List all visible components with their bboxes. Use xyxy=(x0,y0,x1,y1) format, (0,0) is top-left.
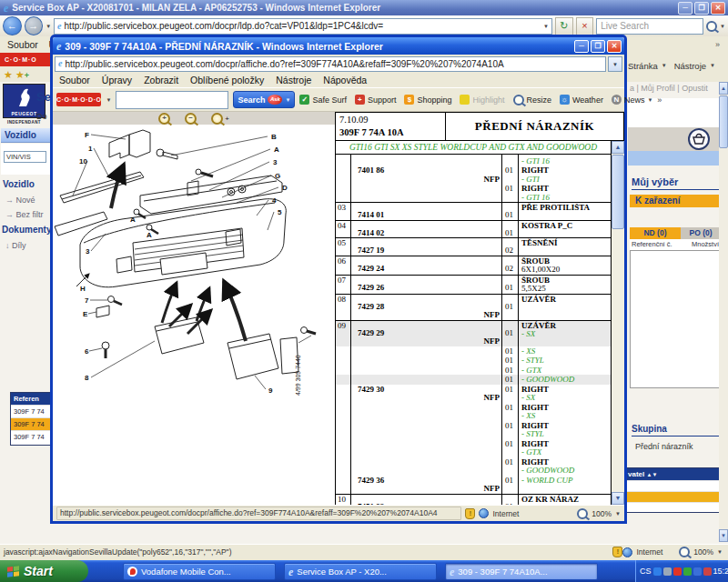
comodo-search-button[interactable]: Search Ask ▼ xyxy=(233,91,295,108)
menu-item-zobrazit[interactable]: Zobrazit xyxy=(144,75,178,85)
tray-icon[interactable] xyxy=(673,567,682,576)
stop-button[interactable]: × xyxy=(576,17,594,35)
menu-item-soubor[interactable]: Soubor xyxy=(59,75,90,85)
scroll-up-icon[interactable]: ▲ xyxy=(612,141,624,154)
menu-item-obl-ben-polo-ky[interactable]: Oblíbené položky xyxy=(190,75,264,85)
scroll-down-icon[interactable]: ▼ xyxy=(719,529,728,542)
comodo-toolbar: C·O·M·O·D·O ▼ Search Ask ▼ ✓Safe Surf+Su… xyxy=(53,87,624,112)
supplier-table-header[interactable]: vatel ▲▼ xyxy=(625,468,722,480)
tray-icon[interactable] xyxy=(663,567,672,576)
ie-icon: e xyxy=(4,4,8,13)
zoom-in-icon[interactable]: + xyxy=(158,113,170,125)
popup-address-dropdown-icon[interactable]: ▼ xyxy=(608,56,622,72)
address-dropdown-icon[interactable]: ▼ xyxy=(543,24,549,29)
tray-icon[interactable] xyxy=(683,567,692,576)
back-button[interactable]: ← xyxy=(3,16,22,35)
taskbar-task-2[interactable]: eService Box AP - X20... xyxy=(284,563,437,580)
ie-icon: e xyxy=(288,567,293,577)
parts-table-row: 037414 0101PŘE PROTILIŠTA xyxy=(336,202,611,220)
tray-icon[interactable] xyxy=(703,567,712,576)
refresh-button[interactable]: ↻ xyxy=(555,17,573,35)
toolbar-overflow-icon[interactable]: » xyxy=(715,40,720,49)
comodo-support-button[interactable]: +Support xyxy=(355,95,397,105)
tab-po[interactable]: PO (0) xyxy=(681,227,721,239)
k-zarazeni-button[interactable]: K zařazení xyxy=(630,195,721,207)
toolbar-overflow-icon[interactable]: » xyxy=(657,95,662,105)
live-search-input[interactable] xyxy=(596,18,703,35)
menu-item-n-stroje[interactable]: Nástroje xyxy=(276,75,311,85)
taskbar-task-3[interactable]: e309 - 309F 7 74A10A... xyxy=(445,563,598,580)
zoom-caret-icon[interactable]: ▼ xyxy=(615,511,621,517)
comodo-shopping-button[interactable]: $Shopping xyxy=(404,95,451,105)
comodo-weather-button[interactable]: ☼Weather xyxy=(560,95,603,105)
supplier-row-selected[interactable] xyxy=(625,491,722,502)
comodo-resize-button[interactable]: Resize xyxy=(513,95,552,105)
pan-cross-icon: + xyxy=(225,115,229,123)
popup-maximize-button[interactable]: ❐ xyxy=(591,40,605,53)
page-menu-caret-icon[interactable]: ▼ xyxy=(662,63,667,68)
scroll-up-icon[interactable]: ▲ xyxy=(719,82,728,95)
start-button[interactable]: Start xyxy=(0,560,88,582)
scroll-down-icon[interactable]: ▼ xyxy=(612,492,624,505)
comodo-search-input[interactable] xyxy=(116,91,228,109)
zoom-out-icon[interactable]: − xyxy=(185,113,197,125)
main-scrollbar-track[interactable] xyxy=(719,82,728,542)
tools-menu-button[interactable]: Nástroje xyxy=(674,61,706,71)
popup-titlebar[interactable]: e 309 - 309F 7 74A10A - PŘEDNÍ NÁRAZNÍK … xyxy=(53,37,624,55)
search-icon[interactable] xyxy=(706,21,717,32)
safe-surf-icon: ✓ xyxy=(299,95,309,105)
table-scrollbar-thumb[interactable] xyxy=(612,155,624,229)
selection-columns: Referenční č. Množství xyxy=(630,239,721,250)
basket-icon[interactable] xyxy=(688,128,710,150)
favorites-star-icon[interactable]: ★ xyxy=(4,69,13,80)
maximize-button[interactable]: ❐ xyxy=(694,2,709,15)
tray-icon[interactable] xyxy=(653,567,662,576)
close-button[interactable]: ✕ xyxy=(711,2,725,15)
comodo-news-button[interactable]: NNews▼ xyxy=(612,95,652,105)
search-options-icon[interactable]: ▼ xyxy=(720,24,725,29)
zoom-level[interactable]: 100% xyxy=(690,547,717,557)
comodo-highlight-button[interactable]: Highlight xyxy=(460,95,504,105)
history-dropdown-icon[interactable]: ▼ xyxy=(46,24,51,29)
link-dily[interactable]: ↓ Díly xyxy=(5,241,26,250)
security-shield-icon: ! xyxy=(465,508,475,519)
document-date: 7.10.09 xyxy=(339,114,441,126)
ie-icon: e xyxy=(56,42,61,51)
zoom-icon[interactable] xyxy=(577,508,588,519)
top-account-links[interactable]: a | Můj Profil | Opustit xyxy=(630,84,717,93)
main-address-bar[interactable]: e http://public.servicebox.peugeot.com/d… xyxy=(54,18,552,35)
zoom-pan-icon[interactable] xyxy=(211,113,223,125)
main-scrollbar-thumb[interactable] xyxy=(719,95,728,148)
menu-item-n-pov-da[interactable]: Nápověda xyxy=(323,75,367,85)
forward-button[interactable]: → xyxy=(25,16,44,35)
zoom-caret-icon[interactable]: ▼ xyxy=(717,549,728,555)
popup-close-button[interactable]: ✕ xyxy=(607,40,622,53)
tools-menu-caret-icon[interactable]: ▼ xyxy=(710,63,715,68)
svg-text:10: 10 xyxy=(79,157,87,166)
clock[interactable]: 15:21 xyxy=(713,567,728,576)
tab-nd[interactable]: ND (0) xyxy=(630,227,681,239)
tray-icon[interactable] xyxy=(693,567,702,576)
zoom-icon[interactable] xyxy=(679,547,690,557)
minimize-button[interactable]: ─ xyxy=(678,2,693,15)
page-menu-button[interactable]: Stránka xyxy=(628,61,658,71)
vin-input[interactable] xyxy=(4,151,46,163)
popup-minimize-button[interactable]: ─ xyxy=(574,40,589,53)
link-nove[interactable]: → Nové xyxy=(5,196,35,205)
menu-item--pravy[interactable]: Úpravy xyxy=(102,75,132,85)
comodo-caret-icon[interactable]: ▼ xyxy=(106,97,111,103)
popup-address-text: http://public.servicebox.peugeot.com/doc… xyxy=(65,59,503,69)
popup-address-bar[interactable]: e http://public.servicebox.peugeot.com/d… xyxy=(55,56,606,72)
parts-table-row: 7429 30NFP01RIGHT- SX xyxy=(336,385,611,403)
add-favorite-icon[interactable]: ★+ xyxy=(15,69,29,80)
link-bez-filtru[interactable]: → Bez filtr xyxy=(5,210,44,219)
command-bar-right: Stránka ▼ Nástroje ▼ xyxy=(626,52,728,79)
supplier-row[interactable] xyxy=(625,502,722,513)
search-caret-icon[interactable]: ▼ xyxy=(285,97,290,103)
taskbar-task-1[interactable]: Vodafone Mobile Con... xyxy=(123,563,276,580)
comodo-safe-surf-button[interactable]: ✓Safe Surf xyxy=(299,95,347,105)
popup-zoom-level[interactable]: 100% xyxy=(592,509,612,518)
table-scrollbar[interactable]: ▲ ▼ xyxy=(612,141,624,505)
supplier-row[interactable] xyxy=(625,480,722,491)
language-indicator[interactable]: CS xyxy=(640,567,652,576)
